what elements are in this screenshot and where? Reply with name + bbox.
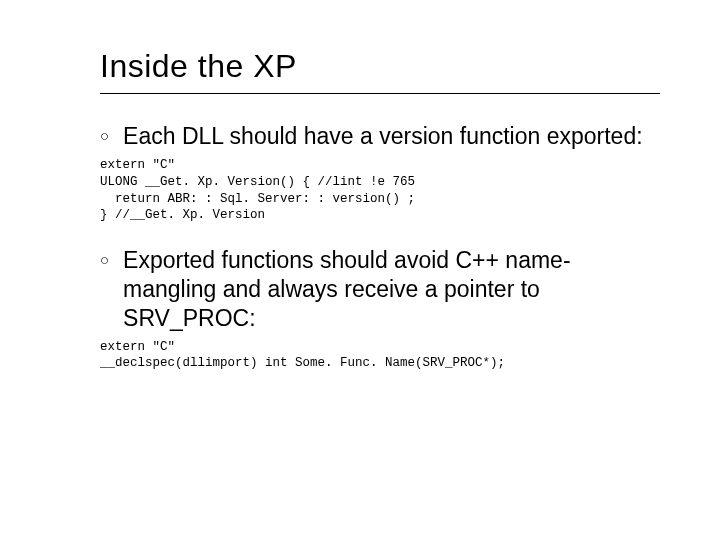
- code-block: extern "C" ULONG __Get. Xp. Version() { …: [100, 157, 660, 225]
- bullet-text: Exported functions should avoid C++ name…: [123, 246, 660, 332]
- bullet-text: Each DLL should have a version function …: [123, 122, 643, 151]
- hollow-circle-icon: ○: [100, 246, 109, 274]
- bullet-item: ○ Exported functions should avoid C++ na…: [100, 246, 660, 332]
- code-block: extern "C" __declspec(dllimport) int Som…: [100, 339, 660, 373]
- title-block: Inside the XP: [100, 48, 660, 94]
- slide-title: Inside the XP: [100, 48, 660, 85]
- slide: Inside the XP ○ Each DLL should have a v…: [0, 0, 720, 540]
- title-underline: [100, 93, 660, 94]
- bullet-item: ○ Each DLL should have a version functio…: [100, 122, 660, 151]
- hollow-circle-icon: ○: [100, 122, 109, 150]
